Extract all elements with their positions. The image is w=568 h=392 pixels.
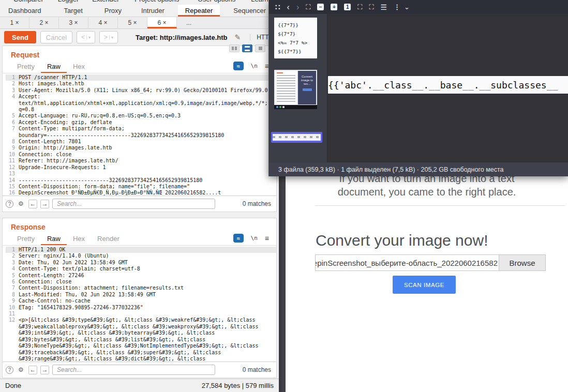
page-title: Convert your image now! [316, 232, 488, 249]
tab-logger[interactable]: Logger [58, 0, 79, 5]
actual-size-icon[interactable]: 1 [344, 4, 351, 10]
search-settings-icon[interactable]: ⚙ [17, 366, 25, 374]
burp-top-menu-row: Comparer Logger Extender Project options… [0, 0, 279, 5]
screenshot-thumbnail[interactable]: Convert image to tex... [274, 70, 317, 109]
editor-menu-icon[interactable]: ≡ [265, 234, 269, 243]
search-next-icon[interactable]: → [40, 366, 49, 374]
tab-user-options[interactable]: User options [198, 0, 235, 5]
target-prefix: Target: [136, 34, 158, 41]
request-editor[interactable]: 1 POST /scanner HTTP/1.1 2 Host: images.… [3, 73, 276, 196]
line-number: 15 [6, 184, 15, 190]
line-text: User-Agent: Mozilla/5.0 (X11; Linux x86_… [19, 87, 268, 94]
repeater-toolbar: Send Cancel <▾ >▾ Target: http://images.… [0, 29, 279, 46]
tab-project-options[interactable]: Project options [134, 0, 179, 5]
response-tab-pretty[interactable]: Pretty [11, 233, 41, 245]
line-number: 3 [6, 260, 15, 266]
tab-dashboard[interactable]: Dashboard [1, 5, 49, 17]
file-upload-field[interactable]: DeepinScreenshot_выберите-область_202206… [315, 254, 546, 271]
pretty-print-icon[interactable]: ≈ [233, 62, 244, 70]
fit-view-icon[interactable]: ⛶ [306, 4, 310, 10]
response-tab-raw[interactable]: Raw [41, 233, 67, 245]
search-previous-icon[interactable]: ← [28, 200, 37, 208]
zoom-out-icon[interactable]: − [317, 4, 324, 10]
response-tab-render[interactable]: Render [91, 233, 126, 245]
pretty-print-icon[interactable]: ≈ [233, 234, 244, 243]
dropdown-icon[interactable]: ⌄ [404, 4, 410, 10]
line-number: 2 [6, 81, 15, 87]
status-bytes-time: 27,584 bytes | 579 millis [202, 382, 274, 389]
send-button[interactable]: Send [4, 31, 36, 43]
frame-view-icon[interactable]: ⛶ [369, 4, 373, 10]
screenshot-thumb-caption: Convert image to tex... [298, 75, 316, 86]
image-preview-canvas[interactable]: {{'abc'.__class__.__base__.__subclasses_… [327, 14, 568, 162]
response-tab-hex[interactable]: Hex [67, 233, 91, 245]
ssti-payload-thumbnail[interactable]: {{7*7}} ${7*7} <%= 7*7 %> ${{7*7}} [274, 18, 317, 58]
line-text: Cache-Control: no-cache [19, 298, 90, 304]
request-line: 15 Content-Disposition: form-data; name=… [6, 184, 276, 190]
line-number: 5 [6, 273, 15, 279]
next-request-button[interactable]: >▾ [99, 31, 118, 43]
rows-layout-button[interactable] [242, 44, 252, 52]
repeater-tab-5[interactable]: 5 × [118, 17, 147, 28]
single-layout-button[interactable] [255, 44, 265, 52]
list-view-icon[interactable]: ☰ [381, 4, 387, 11]
cancel-button[interactable]: Cancel [40, 31, 72, 43]
columns-layout-button[interactable] [229, 44, 240, 52]
screenshot-thumb-left-pane [275, 71, 297, 104]
tab-target[interactable]: Target [57, 5, 90, 17]
line-text: Host: images.late.htb [19, 81, 84, 87]
more-icon[interactable]: ⋮ [394, 4, 400, 10]
repeater-tab-1[interactable]: 1 × [0, 17, 29, 28]
zoom-in-icon[interactable]: + [331, 4, 337, 10]
scan-image-button[interactable]: SCAN IMAGE [393, 276, 456, 294]
show-newlines-icon[interactable]: \n [251, 235, 258, 242]
line-text: POST /scanner HTTP/1.1 [19, 74, 87, 81]
edit-target-icon[interactable]: ✎ [234, 33, 241, 41]
fullscreen-icon[interactable]: ⛶ [357, 4, 362, 10]
response-editor[interactable]: 1 HTTP/1.1 200 OK 2 Server: nginx/1.14.0… [3, 246, 276, 366]
tab-sequencer[interactable]: Sequencer [226, 5, 273, 17]
request-tab-pretty[interactable]: Pretty [11, 61, 41, 73]
request-search-input[interactable] [52, 199, 215, 209]
request-tab-hex[interactable]: Hex [67, 61, 91, 73]
tab-comparer[interactable]: Comparer [13, 0, 43, 5]
line-text: Content-Length: 27246 [19, 273, 84, 279]
next-dropdown-icon[interactable]: ▾ [109, 35, 113, 40]
grid-view-icon[interactable]: ∷ [275, 3, 280, 11]
search-settings-icon[interactable]: ⚙ [17, 200, 25, 208]
tab-intruder[interactable]: Intruder [134, 5, 172, 17]
response-line: 6 Connection: close [6, 279, 276, 285]
search-previous-icon[interactable]: ← [28, 366, 37, 374]
request-search-bar: ? ⚙ ← → 0 matches [3, 195, 276, 212]
tab-extender[interactable]: Extender [92, 0, 119, 5]
browse-button[interactable]: Browse [499, 255, 545, 270]
tagline-line2: document, you came to the right place. [286, 186, 568, 198]
previous-dropdown-icon[interactable]: ▾ [86, 35, 91, 40]
divider [315, 205, 565, 206]
tab-learn[interactable]: Learn [251, 0, 268, 5]
thumbnail-sidebar: {{7*7}} ${7*7} <%= 7*7 %> ${{7*7}} Conve… [269, 14, 327, 162]
show-newlines-icon[interactable]: \n [251, 63, 258, 69]
line-number: 14 [6, 177, 15, 184]
repeater-tab-more[interactable]: ... [177, 17, 201, 28]
search-next-icon[interactable]: → [40, 200, 49, 208]
line-text: Content-Length: 7801 [19, 139, 81, 145]
repeater-tab-2[interactable]: 2 × [29, 17, 59, 28]
request-tab-raw[interactable]: Raw [41, 61, 67, 73]
back-icon[interactable]: ‹ [287, 3, 290, 11]
response-line: 2 Server: nginx/1.14.0 (Ubuntu) [6, 253, 276, 259]
repeater-tab-3[interactable]: 3 × [59, 17, 88, 28]
previous-request-button[interactable]: <▾ [77, 31, 95, 43]
search-help-icon[interactable]: ? [6, 366, 13, 374]
line-text: Connection: close [19, 152, 71, 158]
tab-repeater[interactable]: Repeater [178, 5, 220, 17]
repeater-tab-4[interactable]: 4 × [88, 17, 118, 28]
search-help-icon[interactable]: ? [6, 200, 13, 208]
response-search-input[interactable] [52, 365, 215, 375]
burp-status-bar: Done 27,584 bytes | 579 millis [0, 379, 279, 392]
forward-icon[interactable]: › [296, 3, 299, 11]
repeater-tab-6[interactable]: 6 × [147, 17, 177, 28]
tab-proxy[interactable]: Proxy [97, 5, 129, 17]
selected-image-thumbnail[interactable] [271, 132, 322, 143]
request-line: 7 Content-Type: multipart/form-data; bou… [6, 126, 276, 139]
